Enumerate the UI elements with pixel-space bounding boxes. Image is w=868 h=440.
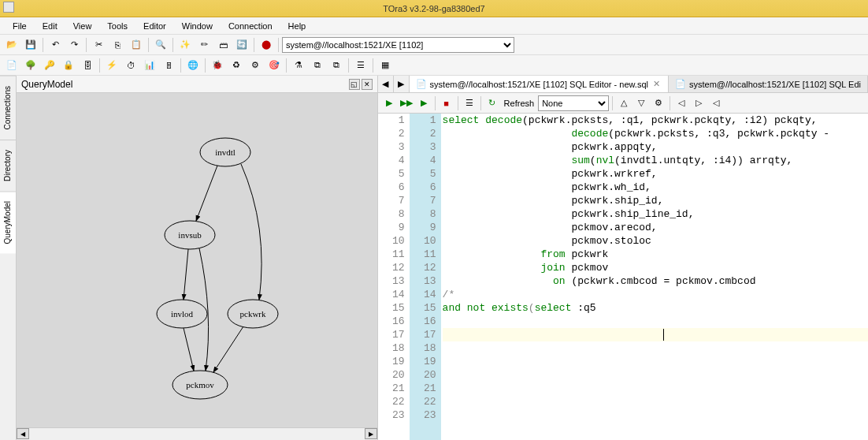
secondary-toolbar: 📄 🌳 🔑 🔒 🗄 ⚡ ⏱ 📊 🎚 🌐 🐞 ♻ ⚙ 🎯 ⚗ ⧉ ⧉ ☰ ▦ <box>0 55 868 76</box>
node-invlod: invlod <box>171 309 194 319</box>
run-step-icon[interactable]: ▶▶ <box>399 95 414 111</box>
menu-file[interactable]: File <box>6 20 33 32</box>
tab-nav-right-icon[interactable]: ▶ <box>394 76 410 92</box>
wand-icon[interactable]: ✨ <box>176 36 194 54</box>
menu-tools[interactable]: Tools <box>101 20 134 32</box>
gutter-main: 1234567891011121314151617181920212223 <box>378 114 410 440</box>
recycle-icon[interactable]: ♻ <box>228 57 245 74</box>
settings-icon[interactable]: ⚙ <box>651 95 666 111</box>
tab-sql-editor-1[interactable]: 📄 system@//localhost:1521/XE [1102] SQL … <box>410 76 669 92</box>
gear-icon[interactable]: ⚙ <box>247 57 264 74</box>
edge-invdtl-pckwrk <box>241 164 262 300</box>
menu-view[interactable]: View <box>67 20 98 32</box>
querymodel-panel: QueryModel ◱ ✕ invdtl invsub invlod <box>17 76 378 440</box>
tab-sql-editor-2[interactable]: 📄 system@//localhost:1521/XE [1102] SQL … <box>669 76 868 92</box>
node-pckmov: pckmov <box>186 380 214 390</box>
cylinder-icon[interactable]: 🗄 <box>79 57 96 74</box>
window-title: TOra3 v3.2-98-ga8380ed7 <box>383 4 484 13</box>
editor-panel: ◀ ▶ 📄 system@//localhost:1521/XE [1102] … <box>378 76 868 440</box>
clock-icon[interactable]: ⏱ <box>122 57 139 74</box>
menu-editor[interactable]: Editor <box>137 20 172 32</box>
menu-edit[interactable]: Edit <box>36 20 64 32</box>
copy-icon[interactable]: ⎘ <box>109 36 126 54</box>
edit-wand-icon[interactable]: ✏ <box>195 36 213 54</box>
refresh-label: Refresh <box>502 99 537 108</box>
plan-icon[interactable]: ☰ <box>462 95 477 111</box>
doc-icon[interactable]: 📄 <box>3 57 20 74</box>
diagram-area[interactable]: invdtl invsub invlod pckwrk pckmov <box>17 93 377 427</box>
code-editor[interactable]: 1234567891011121314151617181920212223 12… <box>378 114 868 440</box>
prev-icon[interactable]: ◁ <box>673 95 689 111</box>
scroll-right-icon[interactable]: ▶ <box>365 428 377 439</box>
diagram-svg: invdtl invsub invlod pckwrk pckmov <box>17 93 377 424</box>
db-icon[interactable]: 🗃 <box>214 36 232 54</box>
gauge-icon[interactable]: 🎚 <box>160 57 177 74</box>
grid-icon[interactable]: ▦ <box>377 57 394 74</box>
edge-pckwrk-pckmov <box>213 326 243 372</box>
target-icon[interactable]: 🎯 <box>265 57 283 74</box>
tab-close-icon[interactable]: ✕ <box>651 79 662 89</box>
bug-icon[interactable]: 🐞 <box>209 57 226 74</box>
lock-icon[interactable]: 🔒 <box>60 57 77 74</box>
undo-icon[interactable]: ↶ <box>46 36 64 54</box>
window-titlebar: TOra3 v3.2-98-ga8380ed7 <box>0 0 868 17</box>
main-toolbar: 📂 💾 ↶ ↷ ✂ ⎘ 📋 🔍 ✨ ✏ 🗃 🔄 ⬤ system@//local… <box>0 35 868 55</box>
lightning-icon[interactable]: ⚡ <box>103 57 121 74</box>
stop-icon[interactable]: ■ <box>439 95 454 111</box>
sidetab-querymodel[interactable]: QueryModel <box>0 191 16 253</box>
cut-icon[interactable]: ✂ <box>90 36 107 54</box>
editor-tabs: ◀ ▶ 📄 system@//localhost:1521/XE [1102] … <box>378 76 868 93</box>
gutter-secondary: 1234567891011121314151617181920212223 <box>410 114 441 440</box>
node-invdtl: invdtl <box>215 147 236 157</box>
tree-icon[interactable]: 🌳 <box>22 57 39 74</box>
doc-icon: 📄 <box>675 79 686 89</box>
panel-header: QueryModel ◱ ✕ <box>17 76 377 93</box>
run-all-icon[interactable]: ▶ <box>416 95 432 111</box>
sidetab-connections[interactable]: Connections <box>0 76 16 140</box>
side-tabs: Connections Directory QueryModel <box>0 76 17 440</box>
menu-window[interactable]: Window <box>176 20 219 32</box>
panel-float-icon[interactable]: ◱ <box>349 79 360 90</box>
doc-icon: 📄 <box>416 79 427 89</box>
search-icon[interactable]: 🔍 <box>152 36 169 54</box>
panel-title: QueryModel <box>21 79 349 90</box>
last-icon[interactable]: ◁ <box>708 95 724 111</box>
edge-invsub-invlod <box>184 249 188 300</box>
menu-help[interactable]: Help <box>282 20 313 32</box>
key-icon[interactable]: 🔑 <box>41 57 58 74</box>
edge-invdtl-invsub <box>196 166 217 221</box>
window-minimize-icon[interactable] <box>3 2 14 13</box>
edge-invlod-pckmov <box>184 328 194 371</box>
panel-close-icon[interactable]: ✕ <box>362 79 373 90</box>
run-icon[interactable]: ▶ <box>381 95 397 111</box>
filter-icon[interactable]: ⚗ <box>290 57 307 74</box>
connection-select[interactable]: system@//localhost:1521/XE [1102] <box>282 37 514 53</box>
refresh-icon[interactable]: ↻ <box>484 95 500 111</box>
triangle-up-icon[interactable]: △ <box>616 95 632 111</box>
main-content: Connections Directory QueryModel QueryMo… <box>0 76 868 440</box>
list-icon[interactable]: ☰ <box>352 57 369 74</box>
globe-icon[interactable]: 🌐 <box>184 57 202 74</box>
redo-icon[interactable]: ↷ <box>65 36 83 54</box>
open-icon[interactable]: 📂 <box>3 36 20 54</box>
next-icon[interactable]: ▷ <box>691 95 707 111</box>
sidetab-directory[interactable]: Directory <box>0 140 16 191</box>
menubar: File Edit View Tools Editor Window Conne… <box>0 17 868 35</box>
node-invsub: invsub <box>178 230 202 240</box>
dup2-icon[interactable]: ⧉ <box>328 57 345 74</box>
dup-icon[interactable]: ⧉ <box>309 57 326 74</box>
code-body[interactable]: select decode(pckwrk.pcksts, :q1, pckwrk… <box>441 114 868 440</box>
scrollbar-horizontal[interactable]: ◀ ▶ <box>17 427 377 440</box>
scroll-left-icon[interactable]: ◀ <box>17 428 29 439</box>
save-icon[interactable]: 💾 <box>22 36 39 54</box>
triangle-down-icon[interactable]: ▽ <box>633 95 649 111</box>
refresh-db-icon[interactable]: 🔄 <box>233 36 250 54</box>
menu-connection[interactable]: Connection <box>222 20 279 32</box>
refresh-select[interactable]: None <box>538 95 609 111</box>
chart-icon[interactable]: 📊 <box>141 57 158 74</box>
tab-nav-left-icon[interactable]: ◀ <box>378 76 394 92</box>
paste-icon[interactable]: 📋 <box>128 36 145 54</box>
stop-icon[interactable]: ⬤ <box>258 36 275 54</box>
node-pckwrk: pckwrk <box>239 309 265 319</box>
editor-toolbar: ▶ ▶▶ ▶ ■ ☰ ↻ Refresh None △ ▽ ⚙ ◁ ▷ ◁ <box>378 93 868 114</box>
